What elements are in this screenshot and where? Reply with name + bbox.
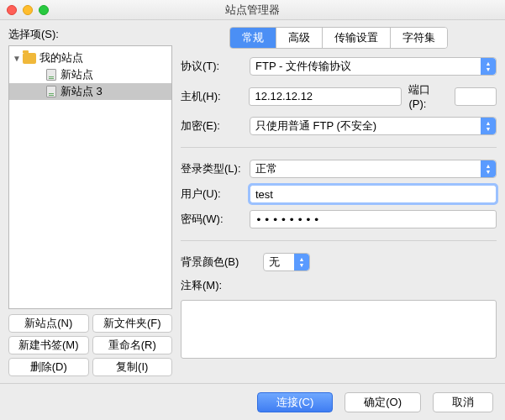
connect-button[interactable]: 连接(C) (257, 392, 333, 412)
minimize-icon[interactable] (23, 5, 33, 15)
chevron-updown-icon: ▲▼ (481, 160, 496, 177)
tree-item-label: 新站点 (60, 67, 93, 82)
cancel-button[interactable]: 取消 (433, 392, 493, 412)
encryption-value: 只使用普通 FTP (不安全) (255, 118, 376, 134)
separator (181, 240, 497, 241)
window-controls (7, 5, 49, 15)
right-panel: 常规 高级 传输设置 字符集 协议(T): FTP - 文件传输协议 ▲▼ 主机… (181, 27, 497, 376)
new-site-button[interactable]: 新站点(N) (8, 314, 89, 333)
tab-general[interactable]: 常规 (230, 28, 276, 48)
tab-advanced[interactable]: 高级 (276, 28, 323, 48)
tab-transfer[interactable]: 传输设置 (323, 28, 391, 48)
disclosure-icon[interactable]: ▼ (13, 54, 21, 63)
select-entry-label: 选择项(S): (8, 27, 172, 42)
comment-textarea[interactable] (181, 300, 497, 359)
host-input[interactable] (249, 87, 402, 106)
new-bookmark-button[interactable]: 新建书签(M) (8, 336, 89, 354)
tab-bar: 常规 高级 传输设置 字符集 (181, 27, 497, 49)
site-tree[interactable]: ▼ 我的站点 新站点 新站点 3 (8, 45, 172, 309)
bgcolor-label: 背景颜色(B) (181, 255, 256, 270)
close-icon[interactable] (7, 5, 17, 15)
window-title: 站点管理器 (0, 3, 505, 18)
comment-label: 注释(M): (181, 278, 243, 293)
password-input[interactable] (250, 210, 497, 228)
server-icon (46, 86, 56, 97)
chevron-updown-icon: ▲▼ (481, 118, 496, 134)
user-input[interactable] (250, 185, 497, 203)
new-folder-button[interactable]: 新文件夹(F) (92, 314, 173, 333)
tree-item[interactable]: 新站点 3 (9, 83, 171, 100)
port-input[interactable] (455, 87, 497, 106)
tree-item-label: 新站点 3 (60, 84, 103, 99)
server-icon (46, 69, 56, 81)
logon-type-label: 登录类型(L): (181, 161, 243, 176)
zoom-icon[interactable] (39, 5, 49, 15)
password-label: 密码(W): (181, 212, 243, 227)
delete-button[interactable]: 删除(D) (8, 358, 89, 376)
port-label: 端口(P): (408, 82, 448, 110)
bgcolor-select[interactable]: 无 ▲▼ (263, 253, 310, 271)
footer: 连接(C) 确定(O) 取消 (0, 383, 505, 420)
protocol-label: 协议(T): (181, 59, 243, 74)
encryption-select[interactable]: 只使用普通 FTP (不安全) ▲▼ (250, 117, 497, 135)
logon-type-select[interactable]: 正常 ▲▼ (250, 160, 497, 178)
separator (181, 147, 497, 148)
chevron-updown-icon: ▲▼ (294, 254, 309, 270)
folder-icon (23, 53, 36, 64)
titlebar: 站点管理器 (0, 0, 505, 20)
tree-root[interactable]: ▼ 我的站点 (9, 50, 171, 66)
left-panel: 选择项(S): ▼ 我的站点 新站点 新站点 3 新站点(N) 新文件夹(F) … (8, 27, 172, 376)
host-label: 主机(H): (181, 89, 242, 104)
bgcolor-value: 无 (269, 255, 280, 270)
tab-charset[interactable]: 字符集 (391, 28, 447, 48)
protocol-value: FTP - 文件传输协议 (255, 59, 351, 74)
encryption-label: 加密(E): (181, 118, 243, 134)
chevron-updown-icon: ▲▼ (481, 58, 496, 75)
rename-button[interactable]: 重命名(R) (92, 336, 173, 354)
tree-item[interactable]: 新站点 (9, 66, 171, 83)
ok-button[interactable]: 确定(O) (345, 392, 421, 412)
protocol-select[interactable]: FTP - 文件传输协议 ▲▼ (250, 57, 497, 76)
user-label: 用户(U): (181, 186, 243, 202)
logon-type-value: 正常 (255, 161, 277, 176)
tree-root-label: 我的站点 (39, 50, 83, 66)
copy-button[interactable]: 复制(I) (92, 358, 173, 376)
